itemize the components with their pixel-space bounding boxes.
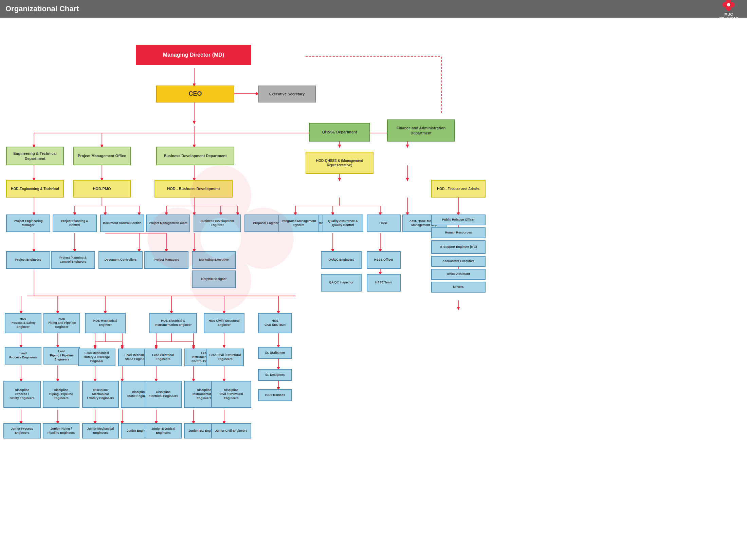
- box-marketing-exec: Marketing Executive: [192, 251, 236, 269]
- box-hod-pmo: HOD-PMO: [73, 180, 131, 198]
- box-drivers: Drivers: [431, 282, 486, 293]
- box-hod-qhsse: HOD-QHSSE & (Management Representative): [306, 152, 374, 174]
- box-lead-piping: Lead Piping / Pipeline Engineers: [43, 347, 80, 365]
- box-ceo: CEO: [156, 86, 234, 102]
- box-jr-mech: Junior Mechanical Engineers: [82, 423, 119, 438]
- watermark: [136, 153, 306, 324]
- box-hsse-officer: HSSE Officer: [367, 251, 401, 269]
- box-lead-process: Lead Process Engineers: [5, 347, 41, 365]
- chart-area: Managing Director (MD) CEO Executive Sec…: [0, 18, 747, 560]
- box-disc-mech-rotary: Discipline Mechanical / Rotary Engineers: [82, 381, 119, 408]
- box-cad-trainees: CAD Trainees: [258, 389, 292, 401]
- box-it-support: IT Support Engineer (ITC): [431, 240, 486, 254]
- box-hod-eng: HOD-Engineering & Technical: [6, 180, 64, 198]
- box-sr-draftsmen: Sr. Draftsmen: [258, 347, 292, 359]
- box-disc-elec: Discipline Electrical Engineers: [145, 381, 182, 408]
- box-exec-sec: Executive Secretary: [258, 86, 316, 102]
- box-acct-exec: Accountant Executive: [431, 256, 486, 267]
- box-disc-piping: Discipline Piping / Pipeline Engineers: [43, 381, 79, 408]
- box-disc-civil: Discipline Civil / Structural Engineers: [211, 381, 251, 408]
- box-pmo-dept: Project Management Office: [73, 147, 131, 165]
- box-doc-ctrl-sec: Document Control Section: [100, 214, 144, 232]
- box-lead-elec: Lead Electrical Engineers: [144, 349, 182, 366]
- box-proj-eng-mgr: Project Engineering Manager: [6, 214, 50, 232]
- box-hos-civil: HOS Civil / Structural Engineer: [204, 313, 244, 333]
- box-qa-qc-inspector: QA/QC Inspector: [321, 274, 362, 292]
- box-proj-engineers: Project Engineers: [6, 251, 50, 269]
- box-jr-civil: Junior Civil Engineers: [211, 423, 251, 438]
- box-hos-cad: HOS CAD SECTION: [258, 313, 292, 333]
- box-jr-piping: Junior Piping / Pipeline Engineers: [43, 423, 79, 438]
- box-hos-piping: HOS Piping and Pipeline Engineer: [43, 313, 80, 333]
- box-doc-controllers: Document Controllers: [98, 251, 143, 269]
- box-hod-bdd: HOD - Business Development: [154, 180, 233, 198]
- box-lead-civil: Lead Civil / Structural Engineers: [206, 349, 244, 366]
- box-lead-mech-rotary: Lead Mechanical Rotary & Package Enginee…: [78, 349, 115, 366]
- box-proj-mgmt-team: Project Management Team: [146, 214, 190, 232]
- page-title: Organizational Chart: [5, 4, 79, 13]
- box-ims: Integrated Management System: [278, 214, 319, 232]
- box-qhsse-dept: QHSSE Department: [309, 123, 370, 142]
- box-qa-qc: Quality Assurance & Quality Control: [323, 214, 363, 232]
- box-graphic-designer: Graphic Designer: [192, 270, 236, 288]
- box-hos-elec: HOS Electrical & Instrumentation Enginee…: [149, 313, 197, 333]
- box-md: Managing Director (MD): [136, 45, 251, 65]
- box-fin-dept: Finance and Administration Department: [387, 119, 455, 142]
- box-proj-plan-ctrl: Project Planning & Control: [53, 214, 97, 232]
- box-jr-process: Junior Process Engineers: [3, 423, 41, 438]
- box-hod-fin: HOD - Finance and Admin.: [431, 180, 486, 198]
- box-hos-process: HOS Process & Safety Engineer: [5, 313, 41, 333]
- box-proj-plan-ctrl-eng: Project Planning & Control Engineers: [51, 251, 95, 269]
- box-eng-dept: Engineering & Technical Department: [6, 147, 64, 165]
- header: Organizational Chart MUC OIL & GAS: [0, 0, 747, 18]
- box-hsse-team: HSSE Team: [367, 274, 401, 292]
- box-pub-rel: Public Relation Officer: [431, 214, 486, 225]
- box-qa-qc-eng: QA/QC Engineers: [321, 251, 362, 269]
- svg-point-4: [727, 3, 730, 6]
- box-bdd-eng-2: Business Development Engineer: [194, 214, 241, 232]
- box-sr-designers: Sr. Designers: [258, 369, 292, 381]
- box-hsse: HSSE: [367, 214, 401, 232]
- box-human-res: Human Resources: [431, 227, 486, 238]
- box-disc-process: Discipline Process / Safety Engineers: [3, 381, 41, 408]
- box-proj-managers: Project Managers: [144, 251, 188, 269]
- box-bdd-dept: Business Development Department: [156, 147, 234, 165]
- box-office-asst: Office Assistant: [431, 269, 486, 280]
- box-jr-elec: Junior Electrical Engineers: [145, 423, 182, 438]
- box-hos-mech: HOS Mechanical Engineer: [85, 313, 126, 333]
